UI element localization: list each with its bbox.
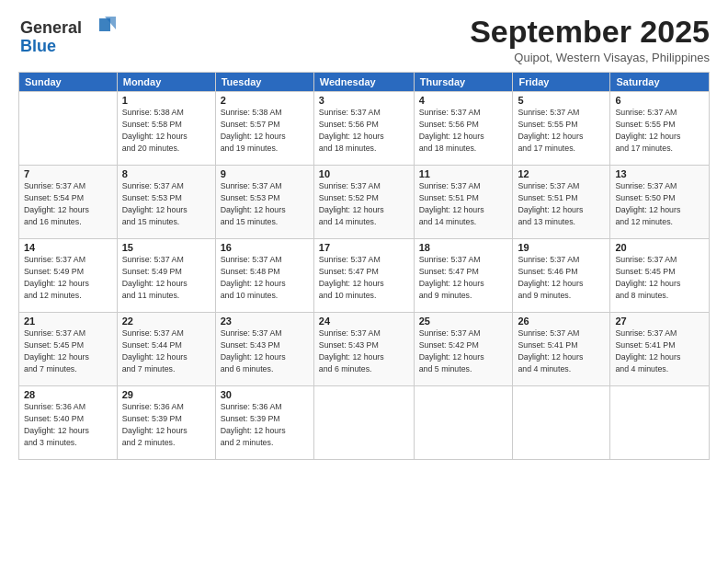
- table-row: 2Sunrise: 5:38 AMSunset: 5:57 PMDaylight…: [215, 92, 313, 166]
- day-info: Sunrise: 5:37 AMSunset: 5:51 PMDaylight:…: [518, 180, 605, 227]
- day-info: Sunrise: 5:37 AMSunset: 5:41 PMDaylight:…: [518, 327, 605, 374]
- day-number: 19: [518, 242, 605, 253]
- table-row: 23Sunrise: 5:37 AMSunset: 5:43 PMDayligh…: [215, 313, 313, 386]
- day-info: Sunrise: 5:38 AMSunset: 5:57 PMDaylight:…: [221, 107, 309, 154]
- table-row: [313, 386, 414, 460]
- logo: General Blue: [18, 15, 119, 59]
- table-row: 19Sunrise: 5:37 AMSunset: 5:46 PMDayligh…: [513, 239, 610, 313]
- header-friday: Friday: [513, 73, 610, 92]
- day-number: 20: [615, 242, 704, 253]
- day-info: Sunrise: 5:36 AMSunset: 5:40 PMDaylight:…: [24, 401, 112, 448]
- day-number: 5: [518, 95, 605, 106]
- svg-text:General: General: [20, 18, 82, 37]
- header-monday: Monday: [117, 73, 215, 92]
- day-number: 16: [221, 242, 309, 253]
- table-row: 10Sunrise: 5:37 AMSunset: 5:52 PMDayligh…: [313, 166, 414, 239]
- day-info: Sunrise: 5:37 AMSunset: 5:46 PMDaylight:…: [518, 254, 605, 301]
- day-number: 12: [518, 168, 605, 179]
- table-row: 28Sunrise: 5:36 AMSunset: 5:40 PMDayligh…: [19, 386, 118, 460]
- table-row: 6Sunrise: 5:37 AMSunset: 5:55 PMDaylight…: [610, 92, 710, 166]
- title-block: September 2025 Quipot, Western Visayas, …: [470, 15, 710, 64]
- table-row: 12Sunrise: 5:37 AMSunset: 5:51 PMDayligh…: [513, 166, 610, 239]
- table-row: 5Sunrise: 5:37 AMSunset: 5:55 PMDaylight…: [513, 92, 610, 166]
- day-number: 15: [122, 242, 210, 253]
- logo-text: General Blue: [18, 15, 119, 59]
- day-number: 27: [615, 316, 704, 327]
- table-row: 25Sunrise: 5:37 AMSunset: 5:42 PMDayligh…: [414, 313, 513, 386]
- day-info: Sunrise: 5:37 AMSunset: 5:43 PMDaylight:…: [319, 327, 409, 374]
- day-number: 17: [319, 242, 409, 253]
- table-row: 26Sunrise: 5:37 AMSunset: 5:41 PMDayligh…: [513, 313, 610, 386]
- day-info: Sunrise: 5:37 AMSunset: 5:47 PMDaylight:…: [419, 254, 508, 301]
- page: General Blue September 2025 Quipot, West…: [0, 0, 728, 563]
- day-info: Sunrise: 5:38 AMSunset: 5:58 PMDaylight:…: [122, 107, 210, 154]
- day-info: Sunrise: 5:37 AMSunset: 5:45 PMDaylight:…: [615, 254, 704, 301]
- day-number: 22: [122, 316, 210, 327]
- day-number: 24: [319, 316, 409, 327]
- table-row: 3Sunrise: 5:37 AMSunset: 5:56 PMDaylight…: [313, 92, 414, 166]
- table-row: 29Sunrise: 5:36 AMSunset: 5:39 PMDayligh…: [117, 386, 215, 460]
- day-info: Sunrise: 5:37 AMSunset: 5:45 PMDaylight:…: [24, 327, 112, 374]
- day-number: 23: [221, 316, 309, 327]
- day-info: Sunrise: 5:37 AMSunset: 5:53 PMDaylight:…: [221, 180, 309, 227]
- day-info: Sunrise: 5:37 AMSunset: 5:53 PMDaylight:…: [122, 180, 210, 227]
- day-number: 28: [24, 389, 112, 400]
- table-row: 13Sunrise: 5:37 AMSunset: 5:50 PMDayligh…: [610, 166, 710, 239]
- day-number: 9: [221, 168, 309, 179]
- day-info: Sunrise: 5:37 AMSunset: 5:50 PMDaylight:…: [615, 180, 704, 227]
- day-number: 2: [221, 95, 309, 106]
- header-sunday: Sunday: [19, 73, 118, 92]
- day-info: Sunrise: 5:37 AMSunset: 5:44 PMDaylight:…: [122, 327, 210, 374]
- header-wednesday: Wednesday: [313, 73, 414, 92]
- day-number: 8: [122, 168, 210, 179]
- table-row: 30Sunrise: 5:36 AMSunset: 5:39 PMDayligh…: [215, 386, 313, 460]
- day-info: Sunrise: 5:37 AMSunset: 5:52 PMDaylight:…: [319, 180, 409, 227]
- day-info: Sunrise: 5:37 AMSunset: 5:49 PMDaylight:…: [24, 254, 112, 301]
- table-row: 20Sunrise: 5:37 AMSunset: 5:45 PMDayligh…: [610, 239, 710, 313]
- month-title: September 2025: [470, 15, 710, 49]
- day-number: 1: [122, 95, 210, 106]
- day-number: 11: [419, 168, 508, 179]
- svg-text:Blue: Blue: [20, 37, 56, 55]
- day-info: Sunrise: 5:36 AMSunset: 5:39 PMDaylight:…: [122, 401, 210, 448]
- day-info: Sunrise: 5:37 AMSunset: 5:47 PMDaylight:…: [319, 254, 409, 301]
- header-saturday: Saturday: [610, 73, 710, 92]
- day-number: 13: [615, 168, 704, 179]
- table-row: 15Sunrise: 5:37 AMSunset: 5:49 PMDayligh…: [117, 239, 215, 313]
- day-number: 14: [24, 242, 112, 253]
- day-info: Sunrise: 5:37 AMSunset: 5:42 PMDaylight:…: [419, 327, 508, 374]
- table-row: 9Sunrise: 5:37 AMSunset: 5:53 PMDaylight…: [215, 166, 313, 239]
- calendar-table: Sunday Monday Tuesday Wednesday Thursday…: [18, 72, 710, 460]
- table-row: [19, 92, 118, 166]
- table-row: 16Sunrise: 5:37 AMSunset: 5:48 PMDayligh…: [215, 239, 313, 313]
- day-number: 26: [518, 316, 605, 327]
- day-number: 6: [615, 95, 704, 106]
- day-info: Sunrise: 5:37 AMSunset: 5:43 PMDaylight:…: [221, 327, 309, 374]
- day-info: Sunrise: 5:37 AMSunset: 5:49 PMDaylight:…: [122, 254, 210, 301]
- day-number: 29: [122, 389, 210, 400]
- day-number: 30: [221, 389, 309, 400]
- calendar-header-row: Sunday Monday Tuesday Wednesday Thursday…: [19, 73, 710, 92]
- day-number: 25: [419, 316, 508, 327]
- table-row: 11Sunrise: 5:37 AMSunset: 5:51 PMDayligh…: [414, 166, 513, 239]
- table-row: 21Sunrise: 5:37 AMSunset: 5:45 PMDayligh…: [19, 313, 118, 386]
- table-row: 24Sunrise: 5:37 AMSunset: 5:43 PMDayligh…: [313, 313, 414, 386]
- day-number: 4: [419, 95, 508, 106]
- table-row: 17Sunrise: 5:37 AMSunset: 5:47 PMDayligh…: [313, 239, 414, 313]
- day-info: Sunrise: 5:37 AMSunset: 5:56 PMDaylight:…: [419, 107, 508, 154]
- location: Quipot, Western Visayas, Philippines: [470, 51, 710, 64]
- day-info: Sunrise: 5:37 AMSunset: 5:54 PMDaylight:…: [24, 180, 112, 227]
- day-number: 21: [24, 316, 112, 327]
- day-info: Sunrise: 5:37 AMSunset: 5:55 PMDaylight:…: [518, 107, 605, 154]
- day-info: Sunrise: 5:37 AMSunset: 5:55 PMDaylight:…: [615, 107, 704, 154]
- day-number: 18: [419, 242, 508, 253]
- table-row: 7Sunrise: 5:37 AMSunset: 5:54 PMDaylight…: [19, 166, 118, 239]
- table-row: 22Sunrise: 5:37 AMSunset: 5:44 PMDayligh…: [117, 313, 215, 386]
- table-row: [414, 386, 513, 460]
- table-row: 14Sunrise: 5:37 AMSunset: 5:49 PMDayligh…: [19, 239, 118, 313]
- table-row: 18Sunrise: 5:37 AMSunset: 5:47 PMDayligh…: [414, 239, 513, 313]
- table-row: [610, 386, 710, 460]
- header-thursday: Thursday: [414, 73, 513, 92]
- header-tuesday: Tuesday: [215, 73, 313, 92]
- header: General Blue September 2025 Quipot, West…: [18, 15, 710, 64]
